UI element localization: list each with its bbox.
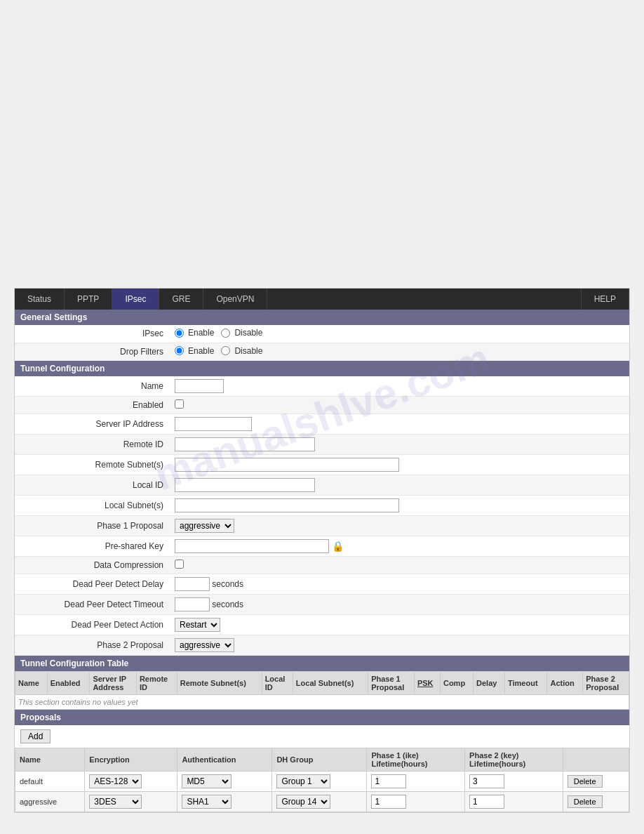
local-subnets-row: Local Subnet(s) — [15, 496, 629, 516]
ipsec-enable-radio[interactable] — [175, 329, 184, 338]
drop-filters-enable-radio[interactable] — [175, 346, 184, 355]
preshared-key-input[interactable] — [175, 539, 329, 553]
drop-filters-disable-radio[interactable] — [221, 346, 230, 355]
delete-default-button[interactable]: Delete — [568, 775, 603, 788]
dead-peer-timeout-input[interactable] — [175, 597, 210, 611]
col-local-id: LocalID — [262, 672, 293, 695]
server-ip-input[interactable] — [175, 417, 252, 431]
name-label: Name — [15, 376, 169, 397]
prop-phase1-input-default[interactable] — [371, 774, 406, 788]
prop-col-actions — [563, 748, 629, 772]
col-delay: Delay — [474, 672, 505, 695]
prop-col-dh: DH Group — [272, 748, 367, 772]
ipsec-value: Enable Disable — [169, 325, 629, 343]
prop-col-name: Name — [15, 748, 85, 772]
col-phase2: Phase 2Proposal — [583, 672, 629, 695]
remote-subnets-input[interactable] — [175, 458, 399, 472]
col-server-ip: Server IPAddress — [90, 672, 136, 695]
dead-peer-delay-label: Dead Peer Detect Delay — [15, 574, 169, 595]
dead-peer-delay-unit: seconds — [212, 579, 243, 589]
prop-auth-select-aggressive[interactable]: MD5 SHA1 SHA256 — [182, 795, 232, 809]
server-ip-value — [169, 414, 629, 435]
remote-id-input[interactable] — [175, 437, 315, 451]
dead-peer-delay-row: Dead Peer Detect Delay seconds — [15, 574, 629, 595]
col-phase1: Phase 1Proposal — [368, 672, 415, 695]
enabled-value — [169, 397, 629, 414]
nav-bar: Status PPTP IPsec GRE OpenVPN HELP — [15, 289, 629, 310]
ipsec-enable-label: Enable — [188, 328, 214, 338]
local-id-input[interactable] — [175, 478, 315, 492]
col-psk: PSK — [414, 672, 440, 695]
drop-filters-row: Drop Filters Enable Disable — [15, 343, 629, 361]
lock-icon: 🔒 — [332, 541, 344, 552]
data-compression-checkbox[interactable] — [175, 560, 184, 569]
nav-empty — [267, 289, 581, 310]
ipsec-enable-option[interactable]: Enable — [175, 328, 214, 338]
prop-delete-default: Delete — [563, 772, 629, 792]
prop-delete-aggressive: Delete — [563, 792, 629, 812]
remote-subnets-row: Remote Subnet(s) — [15, 455, 629, 475]
prop-phase1-input-aggressive[interactable] — [371, 795, 406, 809]
prop-col-encryption: Encryption — [85, 748, 177, 772]
prop-enc-select-default[interactable]: AES-128 AES-256 3DES DES — [89, 774, 142, 788]
local-id-value — [169, 475, 629, 496]
ipsec-disable-label: Disable — [234, 328, 262, 338]
name-row: Name — [15, 376, 629, 397]
col-remote-subnets: Remote Subnet(s) — [177, 672, 262, 695]
local-subnets-value — [169, 496, 629, 516]
nav-ipsec[interactable]: IPsec — [112, 289, 159, 310]
phase2-proposal-select[interactable]: aggressive default — [175, 638, 234, 652]
prop-name-aggressive: aggressive — [15, 792, 85, 812]
table-row: default AES-128 AES-256 3DES DES MD5 SHA… — [15, 772, 629, 792]
prop-phase2-input-default[interactable] — [469, 774, 504, 788]
tunnel-config-table: Name Enabled Server IP Address Remote ID — [15, 376, 629, 656]
col-name: Name — [15, 672, 48, 695]
dead-peer-delay-input[interactable] — [175, 577, 210, 591]
dead-peer-timeout-value: seconds — [169, 595, 629, 615]
drop-filters-value: Enable Disable — [169, 343, 629, 361]
data-compression-row: Data Compression — [15, 557, 629, 574]
name-input[interactable] — [175, 379, 224, 393]
prop-phase2-lifetime-default — [465, 772, 563, 792]
nav-openvpn[interactable]: OpenVPN — [203, 289, 267, 310]
prop-dh-aggressive: Group 1 Group 2 Group 5 Group 14 — [272, 792, 367, 812]
drop-filters-disable-option[interactable]: Disable — [221, 346, 262, 356]
nav-help[interactable]: HELP — [582, 289, 629, 310]
general-settings-table: IPsec Enable Disable Drop Fi — [15, 325, 629, 361]
prop-dh-select-default[interactable]: Group 1 Group 2 Group 5 Group 14 — [276, 774, 330, 788]
proposals-header: Proposals — [15, 710, 629, 725]
prop-col-auth: Authentication — [177, 748, 272, 772]
phase1-proposal-value: aggressive main — [169, 516, 629, 536]
enabled-row: Enabled — [15, 397, 629, 414]
prop-auth-select-default[interactable]: MD5 SHA1 SHA256 — [182, 774, 232, 788]
dead-peer-action-select[interactable]: Restart Hold Clear — [175, 618, 220, 632]
prop-phase1-lifetime-aggressive — [367, 792, 465, 812]
prop-phase2-input-aggressive[interactable] — [469, 795, 504, 809]
nav-pptp[interactable]: PPTP — [65, 289, 112, 310]
prop-enc-select-aggressive[interactable]: AES-128 AES-256 3DES DES — [89, 795, 142, 809]
enabled-label: Enabled — [15, 397, 169, 414]
ipsec-row: IPsec Enable Disable — [15, 325, 629, 343]
prop-dh-select-aggressive[interactable]: Group 1 Group 2 Group 5 Group 14 — [276, 795, 330, 809]
phase1-proposal-row: Phase 1 Proposal aggressive main — [15, 516, 629, 536]
nav-gre[interactable]: GRE — [159, 289, 203, 310]
no-values-text: This section contains no values yet — [15, 695, 629, 710]
enabled-checkbox[interactable] — [175, 399, 184, 409]
add-button[interactable]: Add — [20, 729, 51, 743]
local-subnets-input[interactable] — [175, 498, 399, 512]
delete-aggressive-button[interactable]: Delete — [568, 795, 603, 808]
dead-peer-delay-value: seconds — [169, 574, 629, 595]
phase1-proposal-select[interactable]: aggressive main — [175, 519, 234, 533]
table-row: aggressive AES-128 AES-256 3DES DES MD5 … — [15, 792, 629, 812]
ipsec-disable-radio[interactable] — [221, 329, 230, 338]
remote-id-label: Remote ID — [15, 435, 169, 455]
ipsec-disable-option[interactable]: Disable — [221, 328, 262, 338]
prop-enc-aggressive: AES-128 AES-256 3DES DES — [85, 792, 177, 812]
col-timeout: Timeout — [505, 672, 547, 695]
server-ip-label: Server IP Address — [15, 414, 169, 435]
add-btn-row: Add — [15, 725, 629, 748]
dead-peer-timeout-label: Dead Peer Detect Timeout — [15, 595, 169, 615]
nav-status[interactable]: Status — [15, 289, 65, 310]
drop-filters-enable-option[interactable]: Enable — [175, 346, 214, 356]
phase2-proposal-label: Phase 2 Proposal — [15, 635, 169, 656]
